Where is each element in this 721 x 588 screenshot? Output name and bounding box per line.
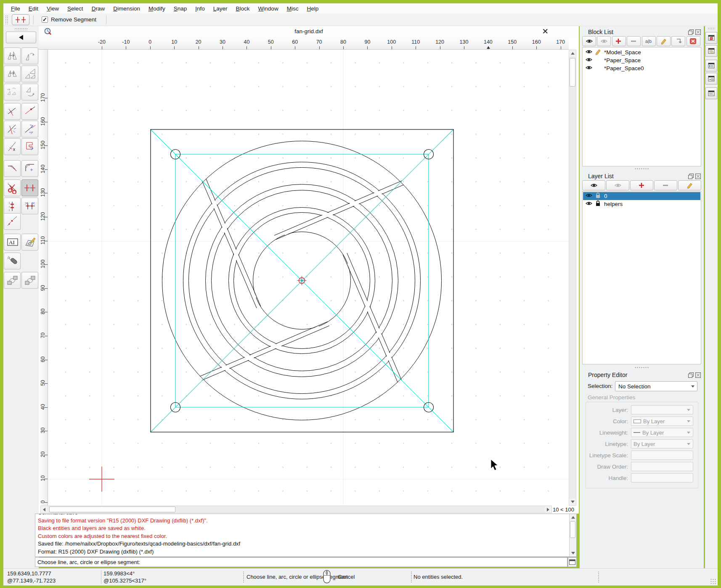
close-panel-icon[interactable] bbox=[695, 372, 701, 380]
menu-edit[interactable]: Edit bbox=[24, 4, 42, 13]
menu-modify[interactable]: Modify bbox=[144, 4, 170, 13]
tool-divide[interactable] bbox=[21, 179, 38, 196]
tool-break-gap[interactable] bbox=[21, 198, 38, 214]
scroll-down-button[interactable] bbox=[570, 550, 576, 556]
layer-list[interactable]: 0helpers bbox=[582, 191, 701, 364]
menu-help[interactable]: Help bbox=[302, 4, 323, 13]
toggle-command-line[interactable] bbox=[705, 73, 717, 84]
prop-field-linetype[interactable]: By Layer bbox=[631, 439, 693, 448]
block-toolbar-eye-off[interactable] bbox=[597, 36, 611, 46]
float-panel-icon[interactable] bbox=[688, 372, 694, 380]
document-close-button[interactable] bbox=[541, 28, 549, 36]
layer-toolbar-pencil[interactable] bbox=[678, 180, 701, 190]
tool-lengthen[interactable] bbox=[21, 103, 38, 120]
horizontal-scroll-thumb[interactable] bbox=[49, 506, 175, 512]
menu-draw[interactable]: Draw bbox=[87, 4, 109, 13]
tool-stretch[interactable] bbox=[21, 138, 38, 155]
close-panel-icon[interactable] bbox=[695, 29, 701, 37]
menu-layer[interactable]: Layer bbox=[209, 4, 232, 13]
toggle-library-browser[interactable] bbox=[705, 45, 717, 57]
block-toolbar-alb[interactable]: a|b bbox=[642, 36, 656, 46]
tool-delete-segment[interactable]: x bbox=[4, 138, 21, 155]
layer-list-title-window-buttons bbox=[688, 173, 701, 181]
scroll-left-button[interactable] bbox=[41, 506, 48, 513]
remove-segment-checkbox[interactable]: ✓ bbox=[42, 16, 48, 23]
block-toolbar-pencil[interactable] bbox=[657, 36, 671, 46]
tool-block-insert[interactable] bbox=[21, 272, 38, 289]
layer-toolbar-eye-off[interactable] bbox=[606, 180, 629, 190]
toggle-block-list[interactable] bbox=[705, 32, 717, 44]
scroll-up-button[interactable] bbox=[570, 514, 576, 520]
menu-view[interactable]: View bbox=[42, 4, 63, 13]
command-options-button[interactable] bbox=[568, 557, 577, 567]
tool-trim[interactable] bbox=[4, 103, 21, 120]
tool-hatch[interactable] bbox=[21, 234, 38, 250]
close-panel-icon[interactable] bbox=[695, 173, 701, 181]
block-list-item[interactable]: *Paper_Space0 bbox=[583, 64, 700, 72]
command-history[interactable]: Command: saveSaving to file format versi… bbox=[35, 514, 577, 557]
tool-scale[interactable] bbox=[21, 66, 38, 82]
tool-split[interactable] bbox=[4, 213, 21, 230]
block-toolbar-minus[interactable] bbox=[627, 36, 641, 46]
back-button[interactable] bbox=[6, 32, 36, 43]
tool-block-create[interactable] bbox=[4, 272, 21, 289]
tool-break-out[interactable] bbox=[4, 198, 21, 214]
selection-combo[interactable]: No Selection bbox=[615, 381, 697, 391]
tool-fillet[interactable] bbox=[21, 160, 38, 177]
prop-field-layer[interactable] bbox=[631, 405, 693, 414]
scroll-right-button[interactable] bbox=[545, 506, 551, 513]
history-scroll-thumb[interactable] bbox=[570, 521, 575, 538]
menu-misc[interactable]: Misc bbox=[283, 4, 303, 13]
horizontal-scrollbar[interactable] bbox=[40, 506, 552, 513]
command-history-scrollbar[interactable] bbox=[569, 514, 576, 556]
block-toolbar-insert[interactable] bbox=[671, 36, 685, 46]
menu-dimension[interactable]: Dimension bbox=[109, 4, 144, 13]
tool-trim-both[interactable] bbox=[4, 121, 21, 137]
tool-text[interactable]: AI bbox=[4, 234, 21, 250]
toggle-property-editor[interactable] bbox=[705, 87, 717, 99]
scroll-up-button[interactable] bbox=[569, 50, 576, 57]
tool-bevel[interactable] bbox=[4, 160, 21, 177]
scroll-down-button[interactable] bbox=[569, 498, 576, 505]
prop-field-linetypescale[interactable] bbox=[631, 451, 693, 460]
menu-info[interactable]: Info bbox=[191, 4, 209, 13]
block-list[interactable]: *Model_Space*Paper_Space*Paper_Space0 bbox=[582, 47, 701, 166]
block-list-item[interactable]: *Paper_Space bbox=[583, 56, 700, 64]
command-line-input[interactable]: Choose line, arc, circle or ellipse segm… bbox=[35, 557, 567, 567]
layer-toolbar-plus[interactable] bbox=[630, 180, 653, 190]
block-toolbar-eye[interactable] bbox=[582, 36, 596, 46]
menu-block[interactable]: Block bbox=[232, 4, 254, 13]
tool-mirror[interactable] bbox=[4, 47, 21, 64]
layer-toolbar-minus[interactable] bbox=[654, 180, 677, 190]
block-list-item[interactable]: *Model_Space bbox=[583, 48, 700, 56]
tool-mirror-copy[interactable] bbox=[4, 66, 21, 82]
menu-select[interactable]: Select bbox=[63, 4, 87, 13]
menu-window[interactable]: Window bbox=[254, 4, 283, 13]
drawing-canvas[interactable] bbox=[48, 50, 569, 506]
vertical-scroll-thumb[interactable] bbox=[570, 58, 575, 87]
layer-toolbar-eye[interactable] bbox=[582, 180, 605, 190]
toggle-layer-list[interactable] bbox=[705, 60, 717, 71]
layer-list-item[interactable]: 0 bbox=[583, 192, 700, 200]
tool-rotate-two[interactable] bbox=[21, 84, 38, 100]
block-toolbar-plus[interactable] bbox=[612, 36, 626, 46]
divide-tool-button[interactable] bbox=[12, 14, 29, 25]
prop-field-lineweight[interactable]: By Layer bbox=[631, 428, 693, 437]
tool-explode[interactable] bbox=[4, 253, 21, 269]
block-toolbar-x-red[interactable] bbox=[687, 36, 700, 46]
panel-splitter[interactable] bbox=[634, 367, 649, 369]
tool-move-rotate[interactable] bbox=[4, 84, 21, 100]
menu-snap[interactable]: Snap bbox=[170, 4, 191, 13]
prop-field-color[interactable]: By Layer bbox=[631, 417, 693, 426]
tool-offset[interactable] bbox=[21, 121, 38, 137]
prop-field-draworder[interactable] bbox=[631, 462, 693, 471]
layer-list-item[interactable]: helpers bbox=[583, 200, 700, 208]
panel-splitter[interactable] bbox=[634, 168, 649, 170]
menu-file[interactable]: File bbox=[7, 4, 24, 13]
vertical-scrollbar[interactable] bbox=[569, 50, 576, 506]
tool-cut[interactable] bbox=[4, 179, 21, 196]
float-panel-icon[interactable] bbox=[688, 29, 694, 37]
float-panel-icon[interactable] bbox=[688, 173, 694, 181]
tool-rotate[interactable] bbox=[21, 47, 38, 64]
prop-field-handle[interactable] bbox=[631, 473, 693, 483]
